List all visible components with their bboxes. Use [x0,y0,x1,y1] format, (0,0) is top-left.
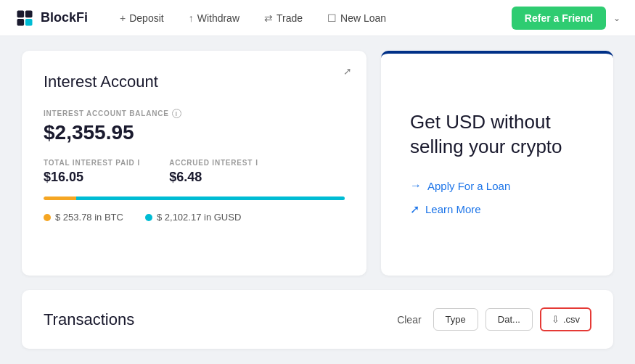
total-interest-value: $16.05 [44,170,140,185]
btc-holding-label: $ 253.78 in BTC [55,212,123,223]
transactions-header: Transactions Clear Type Dat... ⇩ .csv [44,307,591,331]
withdraw-icon: ↑ [189,12,194,24]
interest-card-title: Interest Account [44,73,345,91]
nav-new-loan[interactable]: ☐ New Loan [317,8,396,28]
export-icon[interactable]: ➚ [343,65,352,77]
nav-deposit-label: Deposit [129,12,163,24]
navbar: BlockFi + Deposit ↑ Withdraw ⇄ Trade ☐ N… [0,0,635,36]
transactions-title: Transactions [44,310,134,329]
csv-label: .csv [563,314,580,325]
gusd-progress-segment [76,197,345,200]
clear-button[interactable]: Clear [393,314,425,326]
logo[interactable]: BlockFi [15,8,88,28]
learn-more-link[interactable]: ➚ Learn More [410,202,584,216]
nav-trade[interactable]: ⇄ Trade [254,8,313,28]
accrued-value: $6.48 [169,170,258,185]
learn-more-icon: ➚ [410,202,419,216]
cards-row: ➚ Interest Account INTEREST ACCOUNT BALA… [22,51,613,276]
balance-value: $2,355.95 [44,121,345,144]
holdings-row: $ 253.78 in BTC $ 2,102.17 in GUSD [44,212,345,223]
btc-holding: $ 253.78 in BTC [44,212,123,223]
loan-icon: ☐ [327,12,337,24]
loan-promo-card: Get USD without selling your crypto → Ap… [381,51,613,276]
blockfi-logo-icon [15,8,35,28]
transactions-actions: Clear Type Dat... ⇩ .csv [393,307,591,331]
nav-items: + Deposit ↑ Withdraw ⇄ Trade ☐ New Loan [110,8,512,28]
svg-rect-0 [17,10,25,17]
nav-trade-label: Trade [276,12,303,24]
type-filter-button[interactable]: Type [433,308,478,331]
svg-rect-1 [25,10,33,17]
nav-withdraw[interactable]: ↑ Withdraw [179,8,250,28]
accrued-info-icon[interactable]: i [255,159,258,167]
total-interest-info-icon[interactable]: i [138,159,141,167]
btc-dot-icon [44,214,51,221]
nav-withdraw-label: Withdraw [197,12,239,24]
gusd-holding-label: $ 2,102.17 in GUSD [157,212,241,223]
chevron-down-icon[interactable]: ⌄ [613,13,620,23]
btc-progress-segment [44,197,76,200]
brand-name: BlockFi [41,10,88,25]
main-content: ➚ Interest Account INTEREST ACCOUNT BALA… [0,36,635,363]
trade-icon: ⇄ [264,12,273,24]
gusd-dot-icon [145,214,152,221]
gusd-holding: $ 2,102.17 in GUSD [145,212,241,223]
loan-headline: Get USD without selling your crypto [410,110,584,160]
refer-friend-button[interactable]: Refer a Friend [512,7,606,30]
balance-info-icon[interactable]: i [172,109,181,118]
transactions-section: Transactions Clear Type Dat... ⇩ .csv [22,290,613,349]
apply-for-loan-link[interactable]: → Apply For a Loan [410,179,584,192]
accrued-label: ACCRUED INTEREST i [169,159,258,167]
interest-account-card: ➚ Interest Account INTEREST ACCOUNT BALA… [22,51,366,276]
download-icon: ⇩ [552,314,560,325]
portfolio-progress-bar [44,197,345,200]
total-interest-stat: TOTAL INTEREST PAID i $16.05 [44,159,140,185]
deposit-icon: + [120,12,126,24]
accrued-interest-stat: ACCRUED INTEREST i $6.48 [169,159,258,185]
stats-row: TOTAL INTEREST PAID i $16.05 ACCRUED INT… [44,159,345,185]
nav-deposit[interactable]: + Deposit [110,8,174,28]
nav-new-loan-label: New Loan [340,12,386,24]
csv-download-button[interactable]: ⇩ .csv [540,307,591,331]
svg-rect-3 [25,18,33,25]
total-interest-label: TOTAL INTEREST PAID i [44,159,140,167]
svg-rect-2 [17,18,25,25]
date-filter-button[interactable]: Dat... [486,308,533,331]
apply-arrow-icon: → [410,179,422,192]
balance-label: INTEREST ACCOUNT BALANCE i [44,109,345,118]
